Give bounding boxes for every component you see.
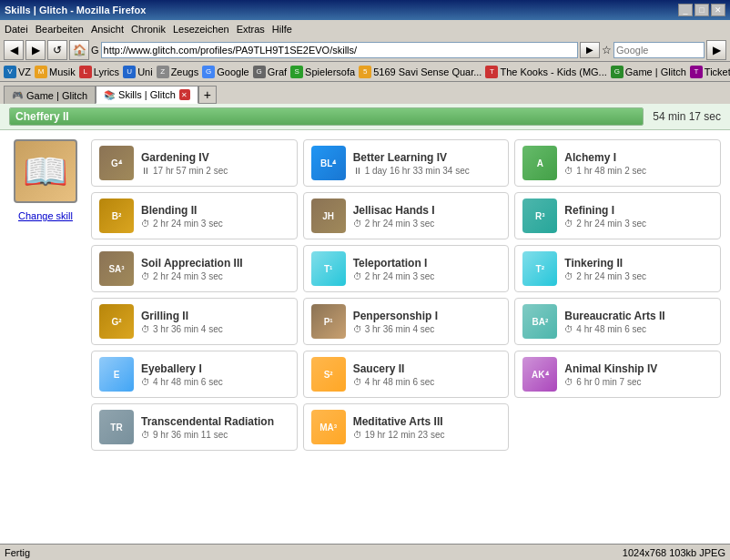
bookmark-vz[interactable]: V VZ bbox=[4, 66, 31, 78]
skill-card[interactable]: MA³Meditative Arts III⏱19 hr 12 min 23 s… bbox=[303, 403, 510, 451]
bookmark-tickets[interactable]: T Tickets for concerts, t... bbox=[690, 66, 730, 78]
back-button[interactable]: ◀ bbox=[4, 40, 24, 60]
skill-icon: P¹ bbox=[311, 304, 346, 339]
bookmark-kooks[interactable]: T The Kooks - Kids (MG... bbox=[485, 66, 606, 78]
bookmark-uni[interactable]: U Uni bbox=[123, 66, 153, 78]
skill-card[interactable]: JHJellisac Hands I⏱2 hr 24 min 3 sec bbox=[303, 192, 510, 239]
menu-hilfe[interactable]: Hilfe bbox=[272, 24, 292, 35]
skill-name: Teleportation I bbox=[353, 257, 502, 270]
bookmark-game-glitch[interactable]: G Game | Glitch bbox=[611, 66, 686, 78]
reload-button[interactable]: ↺ bbox=[47, 40, 67, 60]
skill-card[interactable]: G²Grilling II⏱3 hr 36 min 4 sec bbox=[91, 298, 298, 345]
progress-bar-container: Cheffery II bbox=[9, 107, 644, 126]
skill-time: ⏱2 hr 24 min 3 sec bbox=[141, 271, 289, 281]
skill-card[interactable]: B²Blending II⏱2 hr 24 min 3 sec bbox=[91, 192, 298, 239]
clock-icon: ⏱ bbox=[564, 377, 573, 387]
skill-icon: JH bbox=[311, 199, 346, 233]
address-input[interactable] bbox=[101, 42, 578, 58]
skill-card[interactable]: TRTranscendental Radiation⏱9 hr 36 min 1… bbox=[91, 403, 298, 451]
change-skill-link[interactable]: Change skill bbox=[18, 210, 73, 221]
skill-card[interactable]: T²Tinkering II⏱2 hr 24 min 3 sec bbox=[514, 245, 721, 292]
bookmark-google[interactable]: G Google bbox=[202, 66, 248, 78]
bookmark-musik[interactable]: M Musik bbox=[35, 66, 76, 78]
menu-datei[interactable]: Datei bbox=[5, 24, 28, 35]
skill-info: Eyeballery I⏱4 hr 48 min 6 sec bbox=[141, 362, 289, 387]
skill-icon: E bbox=[99, 357, 134, 392]
skill-card[interactable]: R³Refining I⏱2 hr 24 min 3 sec bbox=[514, 192, 721, 239]
menu-extras[interactable]: Extras bbox=[237, 24, 265, 35]
skill-info: Better Learning IV⏸1 day 16 hr 33 min 34… bbox=[353, 151, 502, 176]
skill-card[interactable]: BA²Bureaucratic Arts II⏱4 hr 48 min 6 se… bbox=[514, 298, 721, 345]
bookmark-google-icon: G bbox=[202, 66, 215, 78]
skill-name: Jellisac Hands I bbox=[353, 204, 502, 217]
close-button[interactable]: ✕ bbox=[711, 4, 725, 16]
search-go-button[interactable]: ▶ bbox=[706, 40, 726, 60]
page-content: Cheffery II 54 min 17 sec 📖 Change skill… bbox=[0, 104, 730, 544]
bookmark-spielersofa[interactable]: S Spielersofa bbox=[290, 66, 355, 78]
tab-skills-glitch[interactable]: 📚 Skills | Glitch ✕ bbox=[96, 86, 198, 104]
go-button[interactable]: ▶ bbox=[580, 42, 600, 58]
skill-name: Eyeballery I bbox=[141, 362, 289, 375]
skill-info: Alchemy I⏱1 hr 48 min 2 sec bbox=[564, 151, 713, 176]
skill-name: Meditative Arts III bbox=[353, 415, 502, 428]
menu-lesezeichen[interactable]: Lesezeichen bbox=[173, 24, 229, 35]
skill-info: Meditative Arts III⏱19 hr 12 min 23 sec bbox=[353, 415, 502, 440]
skill-name: Tinkering II bbox=[564, 257, 713, 270]
window-title: Skills | Glitch - Mozilla Firefox bbox=[5, 5, 146, 15]
skill-info: Animal Kinship IV⏱6 hr 0 min 7 sec bbox=[564, 362, 713, 387]
skill-name: Transcendental Radiation bbox=[141, 415, 289, 428]
bookmark-graf-label: Graf bbox=[268, 66, 287, 77]
bookmark-lyrics[interactable]: L Lyrics bbox=[79, 66, 119, 78]
bookmark-uni-label: Uni bbox=[137, 66, 153, 77]
skill-card[interactable]: SA³Soil Appreciation III⏱2 hr 24 min 3 s… bbox=[91, 245, 298, 292]
clock-icon: ⏱ bbox=[141, 219, 150, 229]
skill-icon: G² bbox=[99, 304, 134, 339]
tab-close-button[interactable]: ✕ bbox=[179, 89, 190, 100]
bookmark-kooks-label: The Kooks - Kids (MG... bbox=[500, 66, 606, 77]
menu-chronik[interactable]: Chronik bbox=[131, 24, 166, 35]
skill-icon: R³ bbox=[522, 199, 557, 233]
star-icon[interactable]: ☆ bbox=[602, 44, 612, 56]
menu-ansicht[interactable]: Ansicht bbox=[91, 24, 124, 35]
skill-name: Alchemy I bbox=[564, 151, 713, 164]
skill-icon: S² bbox=[311, 357, 346, 392]
skill-name: Better Learning IV bbox=[353, 151, 502, 164]
bookmark-graf[interactable]: G Graf bbox=[253, 66, 287, 78]
skill-card[interactable]: T¹Teleportation I⏱2 hr 24 min 3 sec bbox=[303, 245, 510, 292]
skill-card[interactable]: EEyeballery I⏱4 hr 48 min 6 sec bbox=[91, 351, 298, 398]
home-button[interactable]: 🏠 bbox=[69, 40, 89, 60]
window-controls[interactable]: _ □ ✕ bbox=[678, 4, 725, 16]
search-input[interactable] bbox=[613, 42, 705, 58]
character-name: Cheffery II bbox=[15, 110, 69, 123]
minimize-button[interactable]: _ bbox=[678, 4, 693, 16]
toolbar: ◀ ▶ ↺ 🏠 G ▶ ☆ ▶ bbox=[0, 38, 730, 62]
skills-grid: G⁴Gardening IV⏸17 hr 57 min 2 secBL⁴Bett… bbox=[91, 139, 721, 451]
bookmark-vz-label: VZ bbox=[18, 66, 31, 77]
skill-icon: MA³ bbox=[311, 410, 346, 444]
tab-game-glitch-label: Game | Glitch bbox=[26, 90, 87, 101]
clock-icon: ⏱ bbox=[353, 377, 362, 387]
skill-name: Bureaucratic Arts II bbox=[564, 310, 713, 322]
skill-card[interactable]: G⁴Gardening IV⏸17 hr 57 min 2 sec bbox=[91, 139, 298, 187]
tab-game-glitch[interactable]: 🎮 Game | Glitch bbox=[4, 86, 96, 104]
skill-icon: BA² bbox=[522, 304, 557, 339]
skill-duration: 3 hr 36 min 4 sec bbox=[365, 324, 435, 334]
skill-card[interactable]: BL⁴Better Learning IV⏸1 day 16 hr 33 min… bbox=[303, 139, 510, 187]
menu-bearbeiten[interactable]: Bearbeiten bbox=[35, 24, 84, 35]
skill-info: Gardening IV⏸17 hr 57 min 2 sec bbox=[141, 151, 289, 176]
skill-time: ⏱4 hr 48 min 6 sec bbox=[353, 377, 502, 387]
bookmark-zeugs[interactable]: Z Zeugs bbox=[157, 66, 199, 78]
forward-button[interactable]: ▶ bbox=[25, 40, 46, 60]
skill-icon: BL⁴ bbox=[311, 146, 346, 180]
skill-card[interactable]: S²Saucery II⏱4 hr 48 min 6 sec bbox=[303, 351, 510, 398]
skill-card[interactable]: P¹Penpersonship I⏱3 hr 36 min 4 sec bbox=[303, 298, 510, 345]
skill-card[interactable]: AAlchemy I⏱1 hr 48 min 2 sec bbox=[514, 139, 721, 187]
skill-card[interactable]: AK⁴Animal Kinship IV⏱6 hr 0 min 7 sec bbox=[514, 351, 721, 398]
new-tab-button[interactable]: + bbox=[198, 86, 217, 104]
clock-icon: ⏱ bbox=[353, 324, 362, 334]
maximize-button[interactable]: □ bbox=[695, 4, 709, 16]
skill-duration: 1 day 16 hr 33 min 34 sec bbox=[365, 166, 470, 176]
clock-icon: ⏱ bbox=[141, 377, 150, 387]
bookmark-5169[interactable]: 5 5169 Savi Sense Quar... bbox=[359, 66, 482, 78]
avatar: 📖 bbox=[14, 139, 77, 203]
